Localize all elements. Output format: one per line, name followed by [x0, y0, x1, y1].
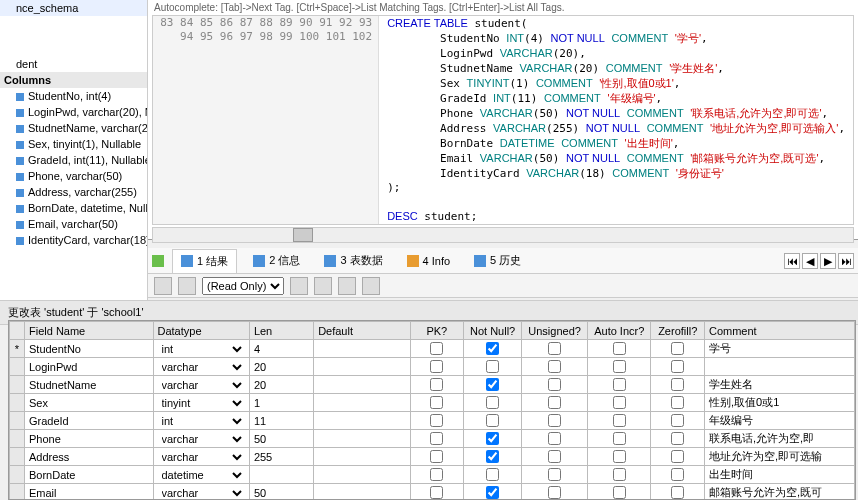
zerofill-checkbox[interactable]	[671, 450, 684, 463]
grid-header-nn[interactable]: Not Null?	[464, 322, 522, 340]
notnull-checkbox[interactable]	[486, 432, 499, 445]
pager-next[interactable]: ▶	[820, 253, 836, 269]
table-row[interactable]: *StudentNoint4学号	[10, 340, 855, 358]
cell[interactable]	[651, 358, 705, 376]
cell[interactable]: 学号	[704, 340, 854, 358]
column-node[interactable]: IdentityCard, varchar(18),	[0, 232, 147, 248]
cell[interactable]: 255	[249, 448, 313, 466]
scrollbar-thumb[interactable]	[293, 228, 313, 242]
cell[interactable]: StudentNo	[24, 340, 153, 358]
cell[interactable]: varchar	[153, 448, 249, 466]
datatype-select[interactable]: tinyint	[158, 396, 245, 410]
cell[interactable]: varchar	[153, 484, 249, 501]
tab-tabledata[interactable]: 3 表数据	[316, 249, 390, 272]
cell[interactable]	[314, 394, 410, 412]
zerofill-checkbox[interactable]	[671, 432, 684, 445]
column-node[interactable]: GradeId, int(11), Nullable	[0, 152, 147, 168]
code-area[interactable]: CREATE TABLE student( StudentNo INT(4) N…	[379, 16, 853, 224]
notnull-checkbox[interactable]	[486, 360, 499, 373]
cell[interactable]: int	[153, 340, 249, 358]
schema-node[interactable]: nce_schema	[0, 0, 147, 16]
unsigned-checkbox[interactable]	[548, 486, 561, 499]
cell[interactable]: 4	[249, 340, 313, 358]
cell[interactable]: 11	[249, 412, 313, 430]
refresh-button[interactable]	[178, 277, 196, 295]
columns-header[interactable]: Columns	[0, 72, 147, 88]
cell[interactable]: varchar	[153, 376, 249, 394]
pk-checkbox[interactable]	[430, 450, 443, 463]
table-row[interactable]: GradeIdint11年级编号	[10, 412, 855, 430]
cell[interactable]	[651, 394, 705, 412]
autoincr-checkbox[interactable]	[613, 468, 626, 481]
cell[interactable]	[704, 358, 854, 376]
cell[interactable]	[588, 358, 651, 376]
cell[interactable]	[410, 466, 464, 484]
zerofill-checkbox[interactable]	[671, 360, 684, 373]
table-row[interactable]: StudnetNamevarchar20学生姓名	[10, 376, 855, 394]
unsigned-checkbox[interactable]	[548, 360, 561, 373]
cell[interactable]	[410, 484, 464, 501]
cell[interactable]	[10, 466, 25, 484]
cell[interactable]: 50	[249, 484, 313, 501]
pk-checkbox[interactable]	[430, 432, 443, 445]
tab-icon[interactable]	[152, 255, 164, 267]
datatype-select[interactable]: datetime	[158, 468, 245, 482]
cell[interactable]	[314, 376, 410, 394]
cell[interactable]	[249, 466, 313, 484]
pager-first[interactable]: ⏮	[784, 253, 800, 269]
cell[interactable]	[522, 466, 588, 484]
grid-header-un[interactable]: Unsigned?	[522, 322, 588, 340]
tab-history[interactable]: 5 历史	[466, 249, 529, 272]
grid-header-cm[interactable]: Comment	[704, 322, 854, 340]
cell[interactable]	[651, 376, 705, 394]
unsigned-checkbox[interactable]	[548, 378, 561, 391]
cell[interactable]	[10, 448, 25, 466]
autoincr-checkbox[interactable]	[613, 342, 626, 355]
pager-last[interactable]: ⏭	[838, 253, 854, 269]
autoincr-checkbox[interactable]	[613, 378, 626, 391]
grid-header-row[interactable]	[10, 322, 25, 340]
cell[interactable]	[314, 340, 410, 358]
unsigned-checkbox[interactable]	[548, 450, 561, 463]
column-node[interactable]: Sex, tinyint(1), Nullable	[0, 136, 147, 152]
zerofill-checkbox[interactable]	[671, 486, 684, 499]
cell[interactable]	[314, 430, 410, 448]
grid-header-pk[interactable]: PK?	[410, 322, 464, 340]
pager-prev[interactable]: ◀	[802, 253, 818, 269]
cell[interactable]	[588, 484, 651, 501]
pk-checkbox[interactable]	[430, 342, 443, 355]
grid-header-def[interactable]: Default	[314, 322, 410, 340]
cell[interactable]: datetime	[153, 466, 249, 484]
sql-editor[interactable]: 83 84 85 86 87 88 89 90 91 92 93 94 95 9…	[152, 15, 854, 225]
tool-button-1[interactable]	[290, 277, 308, 295]
unsigned-checkbox[interactable]	[548, 396, 561, 409]
cell[interactable]: 地址允许为空,即可选输	[704, 448, 854, 466]
tool-button-3[interactable]	[338, 277, 356, 295]
cell[interactable]	[588, 376, 651, 394]
cell[interactable]	[588, 412, 651, 430]
cell[interactable]: Phone	[24, 430, 153, 448]
notnull-checkbox[interactable]	[486, 378, 499, 391]
cell[interactable]	[464, 430, 522, 448]
datatype-select[interactable]: int	[158, 414, 245, 428]
cell[interactable]	[464, 394, 522, 412]
cell[interactable]	[464, 358, 522, 376]
cell[interactable]	[588, 340, 651, 358]
unsigned-checkbox[interactable]	[548, 432, 561, 445]
cell[interactable]	[522, 340, 588, 358]
cell[interactable]	[522, 412, 588, 430]
cell[interactable]	[464, 412, 522, 430]
cell[interactable]	[522, 358, 588, 376]
cell[interactable]	[410, 448, 464, 466]
cell[interactable]: 学生姓名	[704, 376, 854, 394]
cell[interactable]	[588, 466, 651, 484]
cell[interactable]: Sex	[24, 394, 153, 412]
cell[interactable]	[651, 448, 705, 466]
cell[interactable]	[464, 376, 522, 394]
tab-info[interactable]: 2 信息	[245, 249, 308, 272]
pk-checkbox[interactable]	[430, 396, 443, 409]
column-node[interactable]: BornDate, datetime, Nulla	[0, 200, 147, 216]
cell[interactable]	[314, 448, 410, 466]
notnull-checkbox[interactable]	[486, 342, 499, 355]
notnull-checkbox[interactable]	[486, 486, 499, 499]
